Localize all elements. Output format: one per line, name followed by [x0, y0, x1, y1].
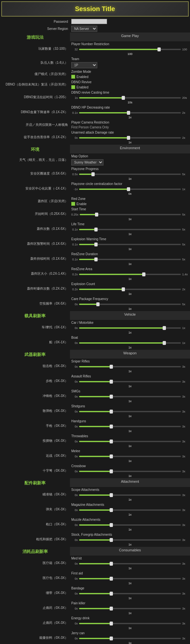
row-0-6: 开启／关闭仅限第一人称视角Player Camera RestrictionFi… — [0, 120, 190, 130]
section-title-row-5: 消耗品刷新率Consumables — [0, 547, 190, 556]
slider-track-1-4[interactable] — [80, 214, 181, 215]
slider-track-1-2[interactable] — [79, 189, 181, 190]
slider-track-0-5[interactable] — [79, 112, 181, 113]
slider-track-3-6[interactable] — [79, 456, 181, 457]
row-right-1-4: Start Time0.25x5x1x — [70, 206, 190, 221]
slider-thumb-5-3[interactable] — [110, 607, 113, 611]
slider-track-5-2[interactable] — [79, 593, 181, 594]
slider-track-1-1[interactable] — [79, 174, 181, 175]
slider-thumb-3-7[interactable] — [110, 469, 113, 473]
slider-thumb-4-1[interactable] — [110, 508, 113, 512]
slider-track-5-0[interactable] — [79, 563, 181, 564]
slider-track-1-9[interactable] — [79, 289, 181, 290]
slider-track-5-4[interactable] — [79, 623, 181, 624]
slider-track-3-5[interactable] — [79, 441, 181, 442]
slider-thumb-0-7[interactable] — [127, 136, 130, 140]
section-left-title-0: 游戏玩法 — [0, 33, 70, 41]
server-dropdown[interactable]: NA Server — [71, 26, 97, 32]
slider-track-1-8[interactable] — [79, 274, 181, 275]
slider-thumb-4-3[interactable] — [110, 538, 113, 542]
slider-track-3-4[interactable] — [79, 426, 181, 427]
slider-thumb-1-1[interactable] — [91, 172, 95, 176]
slider-wrap-3-2: 0x3x — [71, 395, 189, 398]
slider-thumb-0-5[interactable] — [127, 111, 130, 115]
slider-track-1-6[interactable] — [79, 244, 181, 245]
slider-thumb-5-0[interactable] — [110, 562, 113, 566]
slider-thumb-5-2[interactable] — [110, 592, 113, 596]
slider-thumb-3-3[interactable] — [110, 410, 113, 414]
slider-track-5-3[interactable] — [79, 608, 181, 609]
slider-track-3-3[interactable] — [79, 411, 181, 412]
slider-thumb-4-0[interactable] — [110, 493, 113, 497]
slider-track-5-1[interactable] — [79, 578, 181, 579]
slider-max-5-1: 3x — [182, 577, 189, 580]
row-1-1: 安全区圈速度（0.5X-5X）Playzone Progress0.5x5x1x — [0, 166, 190, 181]
row-right-3-4: Handguns0x3x1x — [70, 418, 190, 433]
slider-track-3-2[interactable] — [79, 396, 181, 397]
slider-thumb-3-4[interactable] — [110, 425, 113, 428]
checkbox-box-0-3[interactable] — [71, 85, 75, 89]
slider-val-1-6: 1x — [71, 247, 189, 251]
slider-track-0-7[interactable] — [79, 137, 181, 138]
slider-thumb-5-5[interactable] — [110, 637, 113, 640]
slider-thumb-1-10[interactable] — [96, 302, 100, 306]
slider-thumb-3-1[interactable] — [110, 380, 113, 384]
row-left-4-1: 弹夹（0X-3X） — [0, 502, 70, 517]
row-left-5-0: 医疗箱（0X-3X） — [0, 556, 70, 571]
checkbox-row-0-3[interactable]: Enabled — [71, 85, 88, 89]
slider-thumb-5-4[interactable] — [110, 622, 113, 625]
sections-container: 游戏玩法Game Play玩家数量（32-100）Player Number R… — [0, 33, 190, 644]
slider-track-4-0[interactable] — [79, 494, 181, 496]
checkbox-row-1-3[interactable]: Enable — [71, 202, 87, 206]
slider-track-5-5[interactable] — [79, 638, 181, 639]
row-right-3-6: Melee0x3x1x — [70, 448, 190, 463]
checkbox-box-0-2[interactable] — [71, 75, 75, 79]
row-left-0-3: DBNO（击倒但未淘汰）复活（开启/关闭） — [0, 79, 70, 90]
slider-thumb-3-0[interactable] — [110, 365, 113, 369]
password-input[interactable] — [71, 19, 107, 24]
slider-thumb-1-9[interactable] — [122, 287, 125, 291]
slider-track-4-2[interactable] — [79, 524, 181, 526]
slider-track-3-0[interactable] — [79, 366, 181, 367]
slider-thumb-5-1[interactable] — [110, 577, 113, 581]
slider-track-4-1[interactable] — [79, 509, 181, 511]
slider-track-4-3[interactable] — [79, 539, 181, 541]
slider-thumb-1-7[interactable] — [94, 257, 98, 261]
slider-track-3-1[interactable] — [79, 381, 181, 382]
slider-thumb-3-2[interactable] — [110, 395, 113, 399]
slider-track-0-4[interactable] — [79, 97, 181, 99]
slider-track-2-0[interactable] — [79, 327, 181, 329]
slider-thumb-1-2[interactable] — [127, 187, 130, 191]
slider-thumb-2-1[interactable] — [163, 341, 166, 345]
slider-thumb-0-4[interactable] — [122, 96, 125, 100]
slider-label-3-7: Crossbow — [71, 464, 86, 468]
row-3-5: 投掷物（0X-3X）Throwables0x3x1x — [0, 433, 190, 448]
slider-track-1-5[interactable] — [79, 229, 181, 230]
slider-thumb-3-6[interactable] — [110, 454, 113, 458]
slider-track-1-7[interactable] — [79, 259, 181, 260]
slider-thumb-4-2[interactable] — [110, 523, 113, 527]
slider-thumb-2-0[interactable] — [163, 326, 166, 330]
slider-wrap-5-1: 0x3x — [71, 577, 189, 580]
slider-track-0-0[interactable] — [79, 49, 181, 50]
slider-val-4-3: 1x — [71, 543, 189, 546]
slider-thumb-1-6[interactable] — [94, 243, 98, 246]
slider-fill-5-2 — [79, 593, 113, 594]
slider-track-1-10[interactable] — [79, 304, 181, 305]
dropdown-0-1[interactable]: 1P — [71, 62, 97, 68]
slider-track-2-1[interactable] — [79, 342, 181, 344]
slider-thumb-0-0[interactable] — [157, 47, 161, 51]
slider-thumb-1-8[interactable] — [142, 272, 145, 276]
checkbox-row-0-2[interactable]: Enabled — [71, 75, 88, 79]
slider-thumb-1-4[interactable] — [95, 213, 98, 217]
slider-thumb-1-5[interactable] — [94, 228, 98, 231]
checkbox-box-1-3[interactable] — [71, 202, 75, 206]
checkbox-label-1-3: Red Zone — [71, 197, 86, 201]
slider-track-3-7[interactable] — [79, 471, 181, 472]
slider-min-5-4: 0x — [71, 622, 78, 625]
dropdown-1-0[interactable]: Sunny Weather — [71, 159, 103, 165]
slider-thumb-3-5[interactable] — [110, 440, 113, 443]
slider-max-5-5: 3x — [182, 637, 189, 640]
row-right-5-5: Jerry can0x3x1x — [70, 630, 190, 644]
row-left-4-2: 枪口（0X-3X） — [0, 517, 70, 532]
